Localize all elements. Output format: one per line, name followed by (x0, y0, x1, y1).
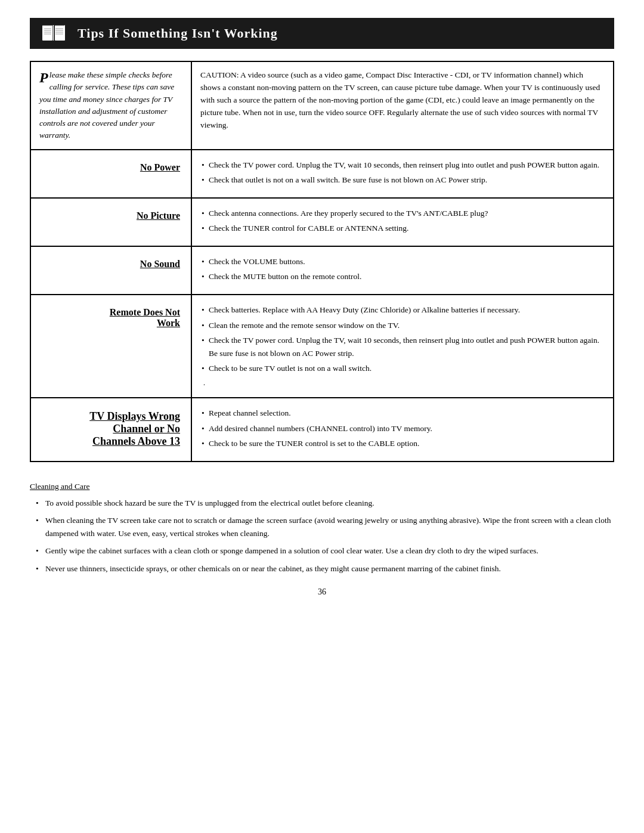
page-title: Tips If Something Isn't Working (78, 26, 278, 41)
no-sound-label-cell: No Sound (30, 246, 191, 295)
no-power-label-cell: No Power (30, 150, 191, 198)
tv-channel-label-cell: TV Displays Wrong Channel or No Channels… (30, 398, 191, 462)
caution-text: CAUTION: A video source (such as a video… (200, 70, 600, 129)
list-item: Check the MUTE button on the remote cont… (202, 270, 603, 283)
intro-row: Please make these simple checks before c… (30, 61, 614, 150)
intro-cell: Please make these simple checks before c… (30, 61, 191, 150)
main-content-table: Please make these simple checks before c… (30, 61, 614, 462)
no-picture-label: No Picture (137, 210, 180, 221)
list-item: Check to be sure the TUNER control is se… (202, 437, 603, 450)
tv-channel-row: TV Displays Wrong Channel or No Channels… (30, 398, 614, 462)
list-item: Check the VOLUME buttons. (202, 255, 603, 268)
list-item: Repeat channel selection. (202, 407, 603, 420)
list-item: Check the TUNER control for CABLE or ANT… (202, 222, 603, 235)
no-sound-label: No Sound (140, 259, 180, 269)
remote-label-cell: Remote Does Not Work (30, 295, 191, 398)
no-power-list: Check the TV power cord. Unplug the TV, … (202, 159, 603, 187)
list-item: Check to be sure TV outlet is not on a w… (202, 362, 603, 375)
tv-channel-bullets-cell: Repeat channel selection. Add desired ch… (191, 398, 614, 462)
list-item: When cleaning the TV screen take care no… (36, 514, 614, 540)
page-header: Tips If Something Isn't Working (30, 18, 614, 49)
list-item: Check antenna connections. Are they prop… (202, 207, 603, 220)
remote-row: Remote Does Not Work Check batteries. Re… (30, 295, 614, 398)
list-item: To avoid possible shock hazard be sure t… (36, 497, 614, 510)
caution-cell: CAUTION: A video source (such as a video… (191, 61, 614, 150)
cleaning-section: Cleaning and Care To avoid possible shoc… (30, 480, 614, 575)
intro-text: Please make these simple checks before c… (39, 69, 182, 142)
remote-label: Remote Does Not Work (110, 307, 180, 329)
no-picture-list: Check antenna connections. Are they prop… (202, 207, 603, 235)
book-icon (42, 24, 66, 43)
no-picture-bullets-cell: Check antenna connections. Are they prop… (191, 198, 614, 246)
remote-list: Check batteries. Replace with AA Heavy D… (202, 304, 603, 375)
tv-channel-list: Repeat channel selection. Add desired ch… (202, 407, 603, 450)
svg-rect-0 (42, 25, 52, 41)
list-item: Clean the remote and the remote sensor w… (202, 319, 603, 332)
no-power-row: No Power Check the TV power cord. Unplug… (30, 150, 614, 198)
list-item: Gently wipe the cabinet surfaces with a … (36, 544, 614, 558)
svg-rect-1 (55, 25, 65, 41)
list-item: Check the TV power cord. Unplug the TV, … (202, 334, 603, 360)
no-picture-label-cell: No Picture (30, 198, 191, 246)
tv-channel-label: TV Displays Wrong Channel or No Channels… (89, 410, 180, 448)
no-sound-list: Check the VOLUME buttons. Check the MUTE… (202, 255, 603, 283)
no-picture-row: No Picture Check antenna connections. Ar… (30, 198, 614, 246)
no-power-bullets-cell: Check the TV power cord. Unplug the TV, … (191, 150, 614, 198)
list-item: Check that outlet is not on a wall switc… (202, 174, 603, 187)
list-item: Check the TV power cord. Unplug the TV, … (202, 159, 603, 172)
list-item: Add desired channel numbers (CHANNEL con… (202, 422, 603, 435)
no-power-label: No Power (140, 162, 180, 172)
page-number: 36 (30, 587, 614, 597)
drop-cap: P (39, 70, 48, 85)
list-item: Never use thinners, insecticide sprays, … (36, 562, 614, 575)
remote-bullets-cell: Check batteries. Replace with AA Heavy D… (191, 295, 614, 398)
no-sound-bullets-cell: Check the VOLUME buttons. Check the MUTE… (191, 246, 614, 295)
cleaning-title: Cleaning and Care (30, 480, 614, 493)
cleaning-list: To avoid possible shock hazard be sure t… (36, 497, 614, 575)
no-sound-row: No Sound Check the VOLUME buttons. Check… (30, 246, 614, 295)
list-item: Check batteries. Replace with AA Heavy D… (202, 304, 603, 317)
